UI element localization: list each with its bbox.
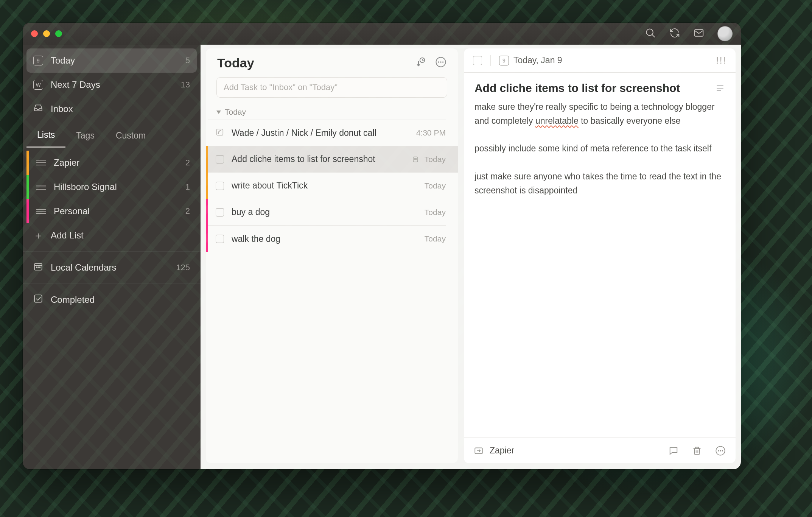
more-icon[interactable] xyxy=(715,445,726,456)
tab-tags[interactable]: Tags xyxy=(65,123,105,148)
sidebar-item-count: 13 xyxy=(181,80,190,90)
svg-rect-8 xyxy=(34,295,42,302)
task-meta: 4:30 PM xyxy=(416,128,446,137)
sidebar-item-label: Zapier xyxy=(54,157,79,168)
tab-lists[interactable]: Lists xyxy=(26,123,65,148)
task-title: Add cliche items to list for screenshot xyxy=(232,154,375,164)
calendar-day-icon: 9 xyxy=(33,56,43,65)
sync-icon[interactable] xyxy=(669,27,680,40)
color-stripe xyxy=(26,151,29,175)
task-title: Wade / Justin / Nick / Emily donut call xyxy=(232,128,376,138)
sidebar: 9Today5WNext 7 Days13Inbox Lists Tags Cu… xyxy=(23,45,201,469)
titlebar xyxy=(23,23,741,45)
inbox-icon xyxy=(33,103,43,115)
svg-point-5 xyxy=(36,267,37,268)
detail-body: Add cliche items to list for screenshot … xyxy=(464,73,736,438)
svg-point-14 xyxy=(440,61,442,63)
detail-footer: Zapier xyxy=(464,438,736,463)
check-icon xyxy=(33,294,43,306)
avatar[interactable] xyxy=(717,26,733,41)
task-group-header[interactable]: Today xyxy=(206,101,458,120)
svg-point-29 xyxy=(718,450,719,451)
close-button[interactable] xyxy=(31,30,38,37)
minimize-button[interactable] xyxy=(43,30,50,37)
detail-title[interactable]: Add cliche items to list for screenshot xyxy=(474,82,708,95)
note-icon xyxy=(412,156,419,163)
task-list-panel: Today Today Wade / Justin / Nick / Emily… xyxy=(206,48,458,463)
move-to-list-icon xyxy=(474,446,484,456)
plus-icon: ＋ xyxy=(33,230,43,240)
sidebar-item-label: Next 7 Days xyxy=(51,79,100,90)
sidebar-item-label: Today xyxy=(51,55,75,66)
svg-line-1 xyxy=(652,35,655,37)
task-checkbox[interactable] xyxy=(216,235,224,243)
task-row[interactable]: write about TickTickToday xyxy=(206,173,458,199)
task-checkbox[interactable] xyxy=(216,208,224,216)
detail-date-text: Today, Jan 9 xyxy=(513,55,562,65)
color-stripe xyxy=(26,175,29,199)
detail-project-button[interactable]: Zapier xyxy=(474,445,514,456)
maximize-button[interactable] xyxy=(55,30,62,37)
task-row[interactable]: Add cliche items to list for screenshotT… xyxy=(206,146,458,173)
feed-icon xyxy=(216,128,224,138)
list-title: Today xyxy=(217,56,254,70)
sidebar-item-count: 2 xyxy=(185,158,190,168)
sidebar-item-label: Local Calendars xyxy=(51,262,116,273)
calendar-badge-icon: 9 xyxy=(499,56,509,65)
comment-icon[interactable] xyxy=(668,445,679,456)
sidebar-item-label: Inbox xyxy=(51,104,73,114)
detail-project-label: Zapier xyxy=(490,445,514,456)
sidebar-smart-inbox[interactable]: Inbox xyxy=(26,97,197,121)
search-icon[interactable] xyxy=(645,27,656,40)
svg-point-7 xyxy=(39,267,40,268)
sidebar-item-label: Hillsboro Signal xyxy=(54,182,117,192)
task-row[interactable]: Wade / Justin / Nick / Emily donut call4… xyxy=(206,120,458,146)
task-meta: Today xyxy=(425,234,446,243)
svg-rect-16 xyxy=(217,129,223,135)
trash-icon[interactable] xyxy=(692,445,702,456)
detail-date-button[interactable]: 9 Today, Jan 9 xyxy=(499,55,562,65)
svg-point-13 xyxy=(438,61,440,63)
divider xyxy=(490,55,491,66)
sidebar-list-hillsboro-signal[interactable]: Hillsboro Signal1 xyxy=(26,175,197,199)
sort-icon[interactable] xyxy=(415,56,426,69)
detail-note[interactable]: make sure they're really specific to bei… xyxy=(474,100,725,198)
add-task-input[interactable] xyxy=(224,83,440,92)
sidebar-smart-today[interactable]: 9Today5 xyxy=(26,48,197,73)
svg-rect-18 xyxy=(413,157,418,162)
titlebar-actions xyxy=(645,26,733,41)
task-meta: Today xyxy=(412,155,446,164)
task-checkbox[interactable] xyxy=(216,155,224,164)
description-icon[interactable] xyxy=(715,83,725,93)
svg-rect-2 xyxy=(695,30,703,36)
task-list: Wade / Justin / Nick / Emily donut call4… xyxy=(206,120,458,252)
add-task-input-wrap[interactable] xyxy=(216,77,447,98)
sidebar-completed[interactable]: Completed xyxy=(26,288,197,312)
task-row[interactable]: walk the dogToday xyxy=(206,226,458,252)
app-window: 9Today5WNext 7 Days13Inbox Lists Tags Cu… xyxy=(23,23,741,469)
calendar-week-icon: W xyxy=(33,80,43,90)
more-icon[interactable] xyxy=(435,56,446,69)
tab-custom[interactable]: Custom xyxy=(105,123,156,148)
list-icon xyxy=(36,206,46,216)
task-title: walk the dog xyxy=(232,234,280,244)
list-header: Today xyxy=(206,48,458,77)
task-group-label: Today xyxy=(225,107,246,117)
priority-button[interactable]: !!! xyxy=(716,55,726,66)
sidebar-list-personal[interactable]: Personal2 xyxy=(26,199,197,223)
sidebar-item-label: Personal xyxy=(54,206,90,216)
window-controls xyxy=(31,30,62,37)
mail-icon[interactable] xyxy=(693,27,705,40)
add-list-button[interactable]: ＋ Add List xyxy=(26,223,197,248)
detail-checkbox[interactable] xyxy=(473,56,482,65)
task-checkbox[interactable] xyxy=(216,182,224,190)
svg-point-30 xyxy=(720,450,721,451)
sidebar-list-zapier[interactable]: Zapier2 xyxy=(26,151,197,175)
svg-point-6 xyxy=(38,267,39,268)
sidebar-smart-next-7-days[interactable]: WNext 7 Days13 xyxy=(26,73,197,97)
sidebar-item-label: Completed xyxy=(51,294,95,305)
svg-point-17 xyxy=(218,133,219,134)
sidebar-calendars[interactable]: Local Calendars 125 xyxy=(26,255,197,280)
task-meta: Today xyxy=(425,181,446,190)
task-row[interactable]: buy a dogToday xyxy=(206,199,458,226)
